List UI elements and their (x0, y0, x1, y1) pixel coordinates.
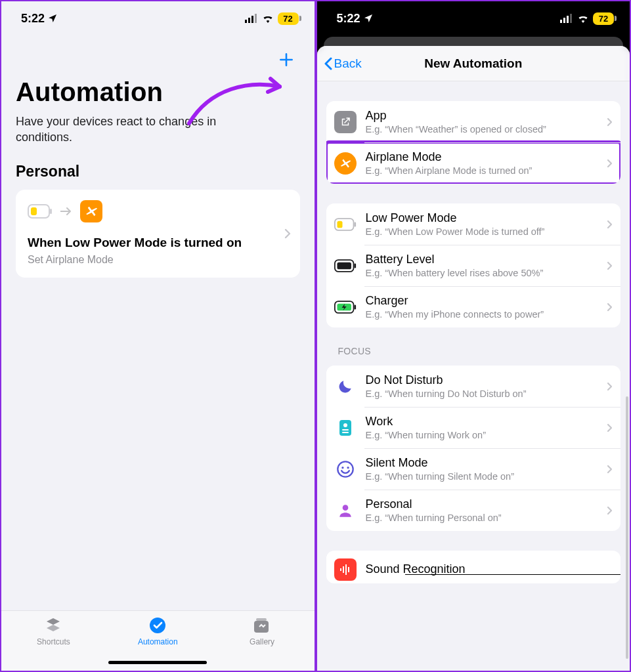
svg-rect-12 (567, 16, 569, 23)
row-subtitle: E.g. “When turning Work on” (366, 430, 603, 440)
tab-label: Automation (138, 637, 178, 646)
row-title: Do Not Disturb (366, 373, 603, 387)
chevron-right-icon (607, 220, 613, 229)
tab-automation[interactable]: Automation (118, 616, 197, 646)
page-subtitle: Have your devices react to changes in co… (16, 114, 272, 146)
scrollbar[interactable] (626, 396, 628, 659)
row-subtitle: E.g. “When “Weather” is opened or closed… (366, 124, 603, 135)
row-personal[interactable]: Personal E.g. “When turning Personal on” (326, 490, 621, 531)
chevron-right-icon (607, 261, 613, 270)
trigger-list[interactable]: App E.g. “When “Weather” is opened or cl… (317, 81, 630, 671)
svg-rect-33 (345, 564, 347, 575)
row-title: Charger (366, 294, 603, 308)
app-icon (334, 111, 357, 133)
row-subtitle: E.g. “When my iPhone connects to power” (366, 309, 603, 320)
badge-icon (334, 417, 357, 439)
row-title: Sound Recognition (366, 562, 613, 576)
wifi-icon (577, 14, 590, 23)
new-automation-sheet: Back New Automation App E.g. “When “Weat… (317, 46, 630, 671)
svg-rect-32 (343, 566, 344, 573)
row-title: Work (366, 415, 603, 429)
svg-rect-18 (337, 262, 351, 269)
chevron-right-icon (607, 382, 613, 391)
battery-level-icon (334, 255, 357, 277)
row-title: Personal (366, 497, 603, 511)
svg-rect-25 (342, 429, 349, 430)
svg-rect-11 (563, 18, 565, 23)
svg-rect-19 (354, 263, 356, 268)
screenshot-left: 5:22 72 Automation Have your devices (1, 1, 317, 671)
charger-icon (334, 296, 357, 318)
svg-rect-15 (337, 220, 342, 228)
svg-rect-5 (31, 207, 37, 215)
svg-point-29 (347, 467, 349, 469)
row-app[interactable]: App E.g. “When “Weather” is opened or cl… (326, 101, 621, 142)
tab-label: Gallery (250, 637, 274, 646)
chevron-right-icon (284, 228, 291, 239)
svg-rect-8 (254, 621, 269, 633)
row-title: Low Power Mode (366, 211, 603, 225)
shortcuts-icon (43, 616, 63, 635)
row-sound-recognition[interactable]: Sound Recognition (326, 551, 621, 583)
svg-rect-31 (340, 568, 341, 571)
row-charger[interactable]: Charger E.g. “When my iPhone connects to… (326, 286, 621, 327)
row-subtitle: E.g. “When turning Personal on” (366, 513, 603, 523)
automation-card[interactable]: When Low Power Mode is turned on Set Air… (16, 190, 300, 278)
row-subtitle: E.g. “When battery level rises above 50%… (366, 268, 603, 278)
battery-indicator: 72 (278, 12, 299, 25)
automation-card-title: When Low Power Mode is turned on (28, 236, 290, 250)
back-button[interactable]: Back (324, 56, 362, 71)
row-title: Airplane Mode (366, 150, 603, 164)
cellular-icon (560, 14, 573, 23)
row-dnd[interactable]: Do Not Disturb E.g. “When turning Do Not… (326, 366, 621, 407)
svg-point-28 (341, 467, 343, 469)
svg-rect-34 (348, 567, 349, 572)
tab-bar: Shortcuts Automation Gallery (1, 610, 315, 671)
row-low-power[interactable]: Low Power Mode E.g. “When Low Power Mode… (326, 203, 621, 245)
svg-rect-22 (354, 304, 356, 309)
cellular-icon (245, 14, 258, 23)
tab-gallery[interactable]: Gallery (223, 616, 301, 646)
row-title: App (366, 109, 603, 123)
tab-shortcuts[interactable]: Shortcuts (14, 616, 93, 646)
row-silent-mode[interactable]: Silent Mode E.g. “When turning Silent Mo… (326, 448, 621, 490)
svg-rect-10 (560, 20, 562, 23)
row-title: Battery Level (366, 253, 603, 266)
status-time: 5:22 (21, 12, 45, 26)
screenshot-right: 5:22 72 Back New Automation (317, 1, 630, 671)
sound-icon (334, 558, 357, 581)
svg-rect-16 (354, 222, 356, 226)
home-indicator[interactable] (108, 661, 207, 664)
row-work[interactable]: Work E.g. “When turning Work on” (326, 407, 621, 448)
person-icon (334, 499, 357, 522)
svg-rect-6 (50, 209, 52, 214)
chevron-right-icon (607, 159, 613, 168)
moon-icon (334, 375, 357, 398)
svg-rect-1 (248, 18, 250, 23)
chevron-right-icon (607, 506, 613, 515)
chevron-right-icon (607, 117, 613, 127)
row-subtitle: E.g. “When Airplane Mode is turned on” (366, 165, 603, 176)
row-subtitle: E.g. “When turning Do Not Disturb on” (366, 388, 603, 399)
battery-indicator: 72 (593, 12, 614, 25)
add-button[interactable] (278, 51, 295, 68)
group-apps: App E.g. “When “Weather” is opened or cl… (326, 101, 621, 184)
chevron-right-icon (607, 303, 613, 312)
row-airplane-mode[interactable]: Airplane Mode E.g. “When Airplane Mode i… (326, 142, 621, 184)
svg-rect-3 (255, 14, 257, 23)
row-battery-level[interactable]: Battery Level E.g. “When battery level r… (326, 245, 621, 286)
svg-point-7 (150, 618, 165, 633)
automation-icon (148, 616, 167, 635)
svg-point-24 (343, 423, 347, 427)
location-icon (47, 13, 58, 24)
group-focus: Do Not Disturb E.g. “When turning Do Not… (326, 366, 621, 531)
section-header-focus: FOCUS (338, 346, 619, 356)
svg-rect-26 (342, 432, 349, 433)
low-power-icon (334, 213, 357, 236)
smile-icon (334, 458, 357, 480)
svg-rect-2 (251, 16, 253, 23)
svg-point-30 (342, 505, 348, 511)
svg-rect-23 (339, 420, 351, 436)
page-title: Automation (16, 77, 300, 107)
svg-rect-13 (570, 14, 572, 23)
